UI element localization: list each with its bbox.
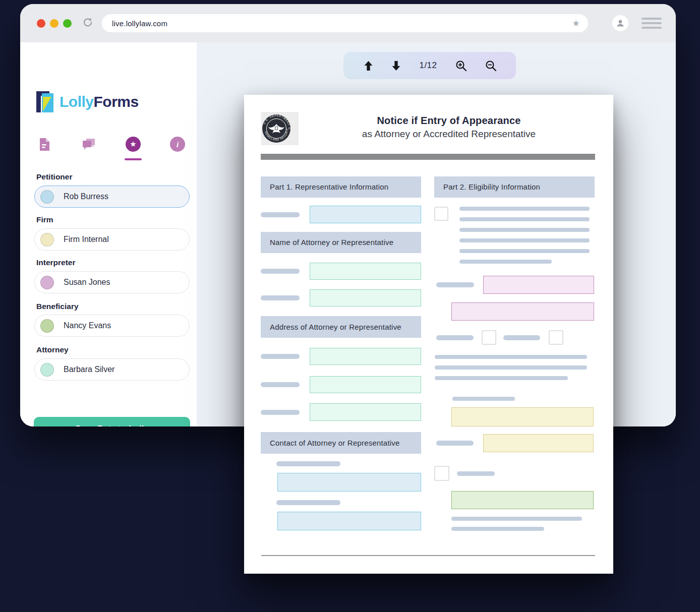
field-label-placeholder xyxy=(436,282,474,287)
form-input-active[interactable] xyxy=(310,206,421,223)
tab-favorites[interactable]: ★ xyxy=(124,132,142,156)
form-checkbox[interactable] xyxy=(434,207,448,221)
document-title: Notice if Entry of Appearance xyxy=(300,115,598,127)
logo-part-lolly: Lolly xyxy=(60,93,94,110)
maximize-button[interactable] xyxy=(63,19,72,28)
field-label-placeholder xyxy=(261,212,300,217)
form-input[interactable] xyxy=(451,302,594,321)
field-label-placeholder xyxy=(503,335,540,340)
refresh-button[interactable] xyxy=(82,17,93,30)
form-input-active[interactable] xyxy=(277,512,421,530)
document-page: U.S. DEPARTMENT OF HOMELAND SECURITY Not… xyxy=(244,95,613,574)
tab-comments[interactable] xyxy=(80,132,98,156)
form-row xyxy=(261,263,421,280)
person-icon xyxy=(615,18,625,28)
save-data-button[interactable]: Save Data to Lolly xyxy=(34,417,190,426)
sidebar: LollyForms xyxy=(20,42,197,426)
address-section-header: Address of Attorney or Representative xyxy=(261,316,421,338)
form-input[interactable] xyxy=(310,403,421,421)
form-input-active[interactable] xyxy=(277,473,421,492)
minimize-button[interactable] xyxy=(50,19,59,28)
field-label-placeholder xyxy=(436,441,474,446)
beneficiary-name: Nancy Evans xyxy=(64,321,111,330)
attorney-name: Barbara Silver xyxy=(64,365,114,374)
page-up-button[interactable] xyxy=(364,61,373,71)
field-label-placeholder xyxy=(276,500,340,505)
field-label-placeholder xyxy=(436,335,474,340)
title-underline-bar xyxy=(261,154,595,160)
form-checkbox[interactable] xyxy=(434,466,449,481)
form-row xyxy=(261,376,421,393)
form-row xyxy=(261,348,421,365)
form-row xyxy=(434,434,595,452)
beneficiary-item[interactable]: Nancy Evans xyxy=(34,315,190,337)
form-input[interactable] xyxy=(483,434,594,452)
contact-section-header: Contact of Attorney or Representative xyxy=(261,432,421,454)
pdf-toolbar: 1/12 xyxy=(343,52,516,79)
menu-icon xyxy=(641,18,662,20)
field-label-placeholder xyxy=(452,397,515,401)
form-input[interactable] xyxy=(451,491,594,509)
zoom-in-button[interactable] xyxy=(455,60,467,72)
refresh-icon xyxy=(82,17,93,28)
firm-item[interactable]: Firm Internal xyxy=(34,228,190,251)
text-line-placeholder xyxy=(459,260,552,264)
browser-chrome-bar: live.lollylaw.com ★ xyxy=(20,4,676,42)
form-input[interactable] xyxy=(451,407,594,426)
petitioner-avatar xyxy=(40,190,54,204)
field-label-placeholder xyxy=(261,410,300,415)
attorney-item[interactable]: Barbara Silver xyxy=(34,358,190,381)
page-canvas: live.lollylaw.com ★ xyxy=(0,0,700,612)
chat-icon xyxy=(82,138,96,150)
url-input[interactable]: live.lollylaw.com ★ xyxy=(102,14,588,32)
field-label-placeholder xyxy=(261,354,300,359)
menu-button[interactable] xyxy=(641,15,662,31)
interpreter-item[interactable]: Susan Jones xyxy=(34,271,190,293)
tab-info[interactable]: i xyxy=(168,132,187,156)
firm-name: Firm Internal xyxy=(64,235,109,244)
tab-documents[interactable] xyxy=(35,132,53,156)
page-down-button[interactable] xyxy=(391,61,401,71)
text-line-placeholder xyxy=(459,228,590,232)
interpreter-avatar xyxy=(40,276,54,289)
form-input[interactable] xyxy=(483,276,594,294)
bookmark-star-icon[interactable]: ★ xyxy=(572,19,580,28)
field-label-placeholder xyxy=(261,269,300,274)
url-text: live.lollylaw.com xyxy=(112,19,167,28)
attorney-avatar xyxy=(40,363,54,377)
page-down-icon xyxy=(391,61,401,71)
zoom-out-button[interactable] xyxy=(485,60,497,72)
dhs-seal-icon: U.S. DEPARTMENT OF HOMELAND SECURITY xyxy=(261,113,291,144)
dhs-seal: U.S. DEPARTMENT OF HOMELAND SECURITY xyxy=(261,112,299,145)
form-input[interactable] xyxy=(310,289,421,307)
petitioner-item[interactable]: Rob Burress xyxy=(34,186,190,208)
text-line-placeholder xyxy=(435,365,587,370)
form-input[interactable] xyxy=(310,263,421,280)
logo-wordmark: LollyForms xyxy=(60,93,139,110)
field-label-placeholder xyxy=(261,295,300,300)
interpreter-name: Susan Jones xyxy=(64,278,110,287)
sidebar-tabs: ★ i xyxy=(35,132,187,156)
form-checkbox[interactable] xyxy=(549,330,563,345)
footer-divider xyxy=(261,555,595,556)
zoom-in-icon xyxy=(455,60,467,72)
text-line-placeholder xyxy=(459,238,590,242)
form-row xyxy=(261,403,421,421)
text-line-placeholder xyxy=(459,217,590,221)
form-body: Part 1. Representative Information Name … xyxy=(261,176,595,531)
close-button[interactable] xyxy=(37,19,45,28)
document-header: Notice if Entry of Appearance as Attorne… xyxy=(300,115,598,140)
form-row xyxy=(434,330,595,345)
form-row xyxy=(434,276,595,294)
attorney-label: Attorney xyxy=(36,345,69,354)
form-input[interactable] xyxy=(310,376,421,393)
form-row xyxy=(261,289,421,307)
form-input[interactable] xyxy=(310,348,421,365)
profile-button[interactable] xyxy=(612,15,628,31)
petitioner-name: Rob Burress xyxy=(64,192,108,201)
field-label-placeholder xyxy=(276,461,340,466)
form-checkbox[interactable] xyxy=(482,330,496,345)
document-subtitle: as Attorney or Accredited Representative xyxy=(300,129,598,140)
paragraph-placeholder xyxy=(459,206,590,264)
document-icon xyxy=(39,138,50,151)
